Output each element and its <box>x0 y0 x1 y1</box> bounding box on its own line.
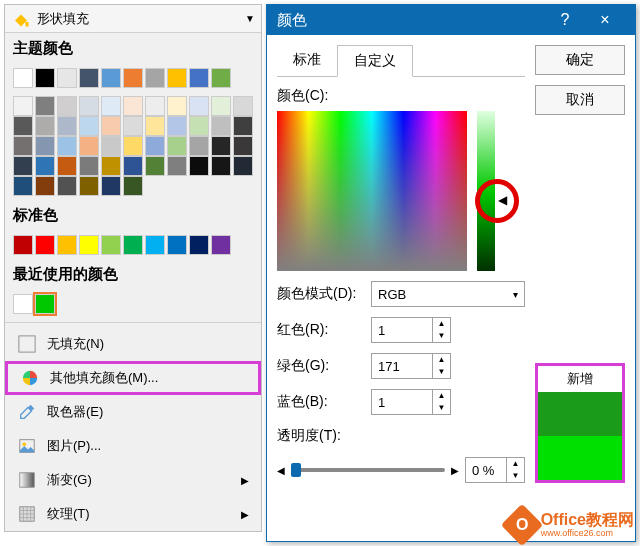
color-swatch[interactable] <box>145 116 165 136</box>
color-swatch[interactable] <box>189 68 209 88</box>
close-button[interactable]: × <box>585 5 625 35</box>
color-field[interactable] <box>277 111 467 271</box>
color-swatch[interactable] <box>167 96 187 116</box>
color-swatch[interactable] <box>189 96 209 116</box>
color-swatch[interactable] <box>57 235 77 255</box>
color-swatch[interactable] <box>13 235 33 255</box>
color-swatch[interactable] <box>167 68 187 88</box>
gradient-fill-item[interactable]: 渐变(G) ▶ <box>5 463 261 497</box>
color-mode-combo[interactable]: RGB ▾ <box>371 281 525 307</box>
color-swatch[interactable] <box>123 68 143 88</box>
color-swatch[interactable] <box>13 136 33 156</box>
color-swatch[interactable] <box>13 156 33 176</box>
no-fill-item[interactable]: 无填充(N) <box>5 327 261 361</box>
color-swatch[interactable] <box>35 136 55 156</box>
color-swatch[interactable] <box>101 156 121 176</box>
spin-down-icon[interactable]: ▼ <box>433 366 450 378</box>
luminance-slider[interactable] <box>477 111 495 271</box>
color-swatch[interactable] <box>123 235 143 255</box>
color-swatch[interactable] <box>167 116 187 136</box>
color-swatch[interactable] <box>145 96 165 116</box>
color-swatch[interactable] <box>167 156 187 176</box>
color-swatch[interactable] <box>167 136 187 156</box>
transparency-slider[interactable] <box>291 468 445 472</box>
color-swatch[interactable] <box>233 116 253 136</box>
tab-standard[interactable]: 标准 <box>277 45 337 76</box>
color-swatch[interactable] <box>101 68 121 88</box>
color-swatch[interactable] <box>79 136 99 156</box>
cancel-button[interactable]: 取消 <box>535 85 625 115</box>
eyedropper-item[interactable]: 取色器(E) <box>5 395 261 429</box>
color-swatch[interactable] <box>79 68 99 88</box>
spin-down-icon[interactable]: ▼ <box>507 470 524 482</box>
green-spinner[interactable]: 171 ▲▼ <box>371 353 451 379</box>
color-swatch[interactable] <box>57 68 77 88</box>
slider-left-icon[interactable]: ◀ <box>277 465 285 476</box>
color-swatch[interactable] <box>211 68 231 88</box>
color-swatch[interactable] <box>189 156 209 176</box>
texture-fill-item[interactable]: 纹理(T) ▶ <box>5 497 261 531</box>
picture-fill-item[interactable]: 图片(P)... <box>5 429 261 463</box>
color-swatch[interactable] <box>145 136 165 156</box>
luminance-thumb-icon[interactable]: ◀ <box>498 193 507 207</box>
color-swatch[interactable] <box>13 96 33 116</box>
color-swatch[interactable] <box>13 116 33 136</box>
transparency-spinner[interactable]: 0 % ▲▼ <box>465 457 525 483</box>
color-swatch[interactable] <box>79 176 99 196</box>
help-button[interactable]: ? <box>545 5 585 35</box>
red-spinner[interactable]: 1 ▲▼ <box>371 317 451 343</box>
color-swatch[interactable] <box>57 176 77 196</box>
color-swatch[interactable] <box>101 136 121 156</box>
more-fill-colors-item[interactable]: 其他填充颜色(M)... <box>5 361 261 395</box>
spin-up-icon[interactable]: ▲ <box>433 390 450 402</box>
color-swatch[interactable] <box>211 235 231 255</box>
color-swatch[interactable] <box>145 235 165 255</box>
color-swatch[interactable] <box>35 235 55 255</box>
color-swatch[interactable] <box>101 116 121 136</box>
color-swatch[interactable] <box>79 235 99 255</box>
color-swatch[interactable] <box>57 136 77 156</box>
color-swatch[interactable] <box>13 294 33 314</box>
color-swatch[interactable] <box>79 116 99 136</box>
color-swatch[interactable] <box>101 176 121 196</box>
color-swatch[interactable] <box>189 116 209 136</box>
spin-up-icon[interactable]: ▲ <box>433 318 450 330</box>
color-swatch[interactable] <box>35 96 55 116</box>
tab-custom[interactable]: 自定义 <box>337 45 413 77</box>
spin-down-icon[interactable]: ▼ <box>433 402 450 414</box>
color-swatch[interactable] <box>35 176 55 196</box>
spin-up-icon[interactable]: ▲ <box>433 354 450 366</box>
color-swatch[interactable] <box>123 156 143 176</box>
color-swatch[interactable] <box>211 116 231 136</box>
color-swatch[interactable] <box>13 176 33 196</box>
color-swatch[interactable] <box>101 96 121 116</box>
color-swatch[interactable] <box>35 156 55 176</box>
color-swatch[interactable] <box>57 156 77 176</box>
slider-thumb[interactable] <box>291 463 301 477</box>
ok-button[interactable]: 确定 <box>535 45 625 75</box>
color-swatch[interactable] <box>123 96 143 116</box>
color-swatch[interactable] <box>145 68 165 88</box>
color-swatch[interactable] <box>211 156 231 176</box>
color-swatch[interactable] <box>123 116 143 136</box>
color-swatch[interactable] <box>35 294 55 314</box>
color-swatch[interactable] <box>79 96 99 116</box>
blue-spinner[interactable]: 1 ▲▼ <box>371 389 451 415</box>
color-swatch[interactable] <box>211 96 231 116</box>
color-swatch[interactable] <box>233 96 253 116</box>
color-swatch[interactable] <box>167 235 187 255</box>
color-swatch[interactable] <box>35 116 55 136</box>
color-swatch[interactable] <box>101 235 121 255</box>
color-swatch[interactable] <box>123 136 143 156</box>
slider-right-icon[interactable]: ▶ <box>451 465 459 476</box>
color-swatch[interactable] <box>123 176 143 196</box>
spin-up-icon[interactable]: ▲ <box>507 458 524 470</box>
color-swatch[interactable] <box>57 116 77 136</box>
color-swatch[interactable] <box>57 96 77 116</box>
color-swatch[interactable] <box>13 68 33 88</box>
shape-fill-header[interactable]: 形状填充 ▼ <box>5 5 261 33</box>
color-swatch[interactable] <box>211 136 231 156</box>
spin-down-icon[interactable]: ▼ <box>433 330 450 342</box>
color-swatch[interactable] <box>233 136 253 156</box>
color-swatch[interactable] <box>189 136 209 156</box>
